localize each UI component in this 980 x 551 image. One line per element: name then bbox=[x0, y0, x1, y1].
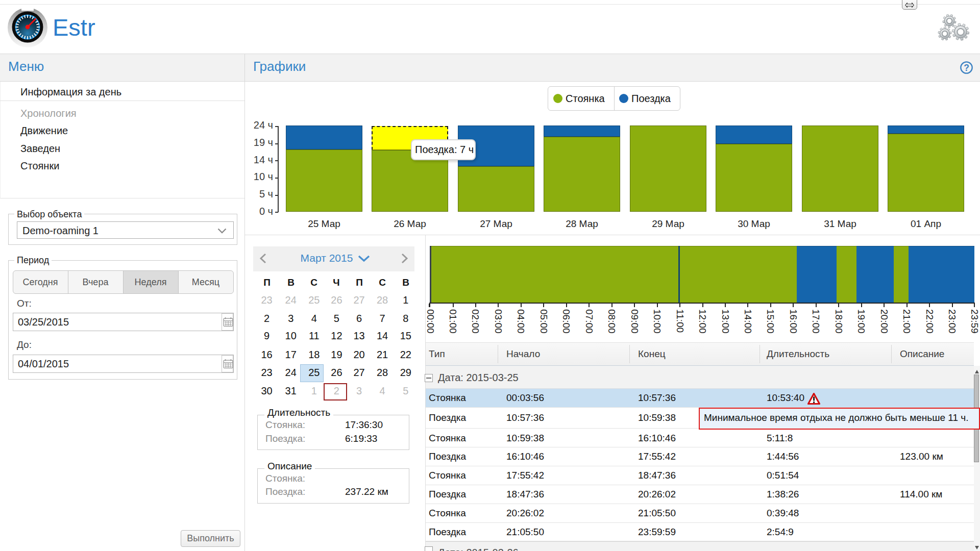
svg-text:?: ? bbox=[964, 63, 969, 73]
